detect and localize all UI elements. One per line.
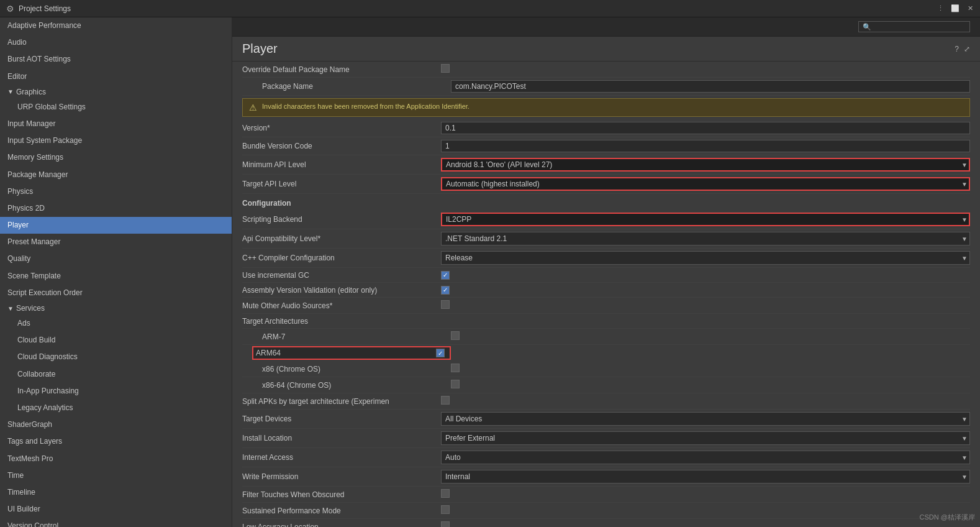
install-location-select[interactable]: Prefer External <box>441 431 970 445</box>
sidebar-item-cloud-diagnostics[interactable]: Cloud Diagnostics <box>0 349 232 365</box>
sidebar-item-graphics[interactable]: ▼ Graphics <box>0 85 232 99</box>
incremental-gc-label: Use incremental GC <box>242 271 441 280</box>
bundle-version-input[interactable] <box>441 140 970 152</box>
target-api-select[interactable]: Automatic (highest installed) <box>441 177 970 191</box>
sidebar-item-preset-manager[interactable]: Preset Manager <box>0 234 232 250</box>
x86-chrome-value <box>451 364 970 374</box>
api-compat-wrapper: .NET Standard 2.1 ▼ <box>441 232 970 245</box>
target-api-row: Target API Level Automatic (highest inst… <box>242 175 970 194</box>
target-devices-select[interactable]: All Devices <box>441 412 970 426</box>
target-devices-label: Target Devices <box>242 415 441 423</box>
override-package-label: Override Default Package Name <box>242 65 441 74</box>
maximize-btn[interactable]: ⬜ <box>950 4 960 14</box>
content-body: Override Default Package Name Package Na… <box>232 62 980 527</box>
arm64-row: ARM64 <box>252 346 451 360</box>
sidebar-item-player[interactable]: Player <box>0 217 232 234</box>
sidebar-item-services[interactable]: ▼ Services <box>0 301 232 315</box>
mute-audio-checkbox[interactable] <box>441 300 450 309</box>
x86-64-chrome-checkbox[interactable] <box>451 380 460 388</box>
min-api-value: Android 8.1 'Oreo' (API level 27) ▼ <box>441 158 970 172</box>
sidebar-item-cloud-build[interactable]: Cloud Build <box>0 332 232 349</box>
internet-access-select[interactable]: Auto <box>441 451 970 464</box>
assembly-validation-checkbox[interactable] <box>441 286 450 295</box>
install-location-row: Install Location Prefer External ▼ <box>242 429 970 448</box>
sidebar-item-ui-builder[interactable]: UI Builder <box>0 501 232 518</box>
x86-64-chrome-value <box>451 380 970 390</box>
window-title: Project Settings <box>19 4 71 13</box>
sidebar-item-physics-2d[interactable]: Physics 2D <box>0 200 232 217</box>
target-devices-value: All Devices ▼ <box>441 412 970 426</box>
install-location-value: Prefer External ▼ <box>441 431 970 445</box>
expand-icon[interactable]: ⤢ <box>964 45 970 53</box>
version-row: Version* <box>242 119 970 137</box>
sidebar-item-timeline[interactable]: Timeline <box>0 484 232 501</box>
sidebar-item-collaborate[interactable]: Collaborate <box>0 366 232 383</box>
x86-64-chrome-row: x86-64 (Chrome OS) <box>242 377 970 393</box>
sidebar-item-audio[interactable]: Audio <box>0 34 232 51</box>
sidebar-item-adaptive-performance[interactable]: Adaptive Performance <box>0 17 232 34</box>
api-compat-label: Api Compatibility Level* <box>242 234 441 243</box>
sidebar-item-input-manager[interactable]: Input Manager <box>0 116 232 132</box>
target-devices-wrapper: All Devices ▼ <box>441 412 970 426</box>
main-container: Adaptive Performance Audio Burst AOT Set… <box>0 17 980 527</box>
content-header: Player ? ⤢ <box>232 37 980 62</box>
incremental-gc-checkbox[interactable] <box>441 271 450 280</box>
internet-access-wrapper: Auto ▼ <box>441 451 970 464</box>
low-accuracy-checkbox[interactable] <box>441 521 450 527</box>
filter-touches-label: Filter Touches When Obscured <box>242 490 441 499</box>
write-permission-select[interactable]: Internal <box>441 470 970 483</box>
sidebar-item-script-execution[interactable]: Script Execution Order <box>0 285 232 301</box>
sidebar-item-package-manager[interactable]: Package Manager <box>0 167 232 183</box>
sidebar-item-version-control[interactable]: Version Control <box>0 518 232 527</box>
split-apks-label: Split APKs by target architecture (Exper… <box>242 397 441 406</box>
filter-touches-row: Filter Touches When Obscured <box>242 487 970 503</box>
sidebar-item-legacy-analytics[interactable]: Legacy Analytics <box>0 400 232 416</box>
scripting-backend-value: IL2CPP ▼ <box>441 213 970 226</box>
sidebar-item-tags-and-layers[interactable]: Tags and Layers <box>0 433 232 450</box>
sidebar-item-scene-template[interactable]: Scene Template <box>0 268 232 285</box>
sidebar-item-memory-settings[interactable]: Memory Settings <box>0 149 232 166</box>
arm64-checkbox[interactable] <box>436 349 445 357</box>
sidebar-item-in-app-purchasing[interactable]: In-App Purchasing <box>0 383 232 400</box>
sidebar-item-quality[interactable]: Quality <box>0 250 232 267</box>
close-btn[interactable]: ✕ <box>965 4 975 14</box>
watermark: CSDN @桔泽溪岸 <box>920 513 975 522</box>
sidebar-item-ads[interactable]: Ads <box>0 315 232 332</box>
x86-chrome-checkbox[interactable] <box>451 364 460 372</box>
content-area: Player ? ⤢ Override Default Package Name… <box>232 17 980 527</box>
sustained-perf-checkbox[interactable] <box>441 505 450 514</box>
internet-access-value: Auto ▼ <box>441 451 970 464</box>
warning-icon: ⚠ <box>249 103 257 112</box>
sidebar-item-time[interactable]: Time <box>0 467 232 484</box>
help-icon[interactable]: ? <box>955 45 959 53</box>
sidebar: Adaptive Performance Audio Burst AOT Set… <box>0 17 232 527</box>
search-input[interactable] <box>858 21 970 32</box>
target-arch-row: Target Architectures <box>242 314 970 329</box>
api-compat-select[interactable]: .NET Standard 2.1 <box>441 232 970 245</box>
sidebar-item-input-system[interactable]: Input System Package <box>0 132 232 149</box>
min-api-select[interactable]: Android 8.1 'Oreo' (API level 27) <box>441 158 970 172</box>
scripting-backend-select[interactable]: IL2CPP <box>441 213 970 226</box>
sidebar-item-textmesh-pro[interactable]: TextMesh Pro <box>0 451 232 467</box>
sidebar-item-physics[interactable]: Physics <box>0 183 232 200</box>
cpp-compiler-select[interactable]: Release <box>441 251 970 265</box>
app-icon: ⚙ <box>5 4 15 14</box>
override-package-checkbox[interactable] <box>441 64 450 73</box>
sidebar-item-urp[interactable]: URP Global Settings <box>0 99 232 116</box>
filter-touches-checkbox[interactable] <box>441 489 450 498</box>
arm-v7-row: ARM-7 <box>242 329 970 345</box>
split-apks-checkbox[interactable] <box>441 396 450 405</box>
assembly-validation-value <box>441 285 970 295</box>
sidebar-item-shadergraph[interactable]: ShaderGraph <box>0 416 232 433</box>
api-compat-row: Api Compatibility Level* .NET Standard 2… <box>242 229 970 249</box>
sustained-perf-value <box>441 505 970 516</box>
split-apks-row: Split APKs by target architecture (Exper… <box>242 393 970 410</box>
warning-box: ⚠ Invalid characters have been removed f… <box>242 98 970 117</box>
arm-v7-checkbox[interactable] <box>451 331 460 340</box>
package-name-input[interactable] <box>451 80 970 93</box>
more-options-btn[interactable]: ⋮ <box>935 4 945 14</box>
version-input[interactable] <box>441 122 970 134</box>
sidebar-item-editor[interactable]: Editor <box>0 68 232 85</box>
title-bar: ⚙ Project Settings ⋮ ⬜ ✕ <box>0 0 980 17</box>
sidebar-item-burst-aot[interactable]: Burst AOT Settings <box>0 51 232 68</box>
